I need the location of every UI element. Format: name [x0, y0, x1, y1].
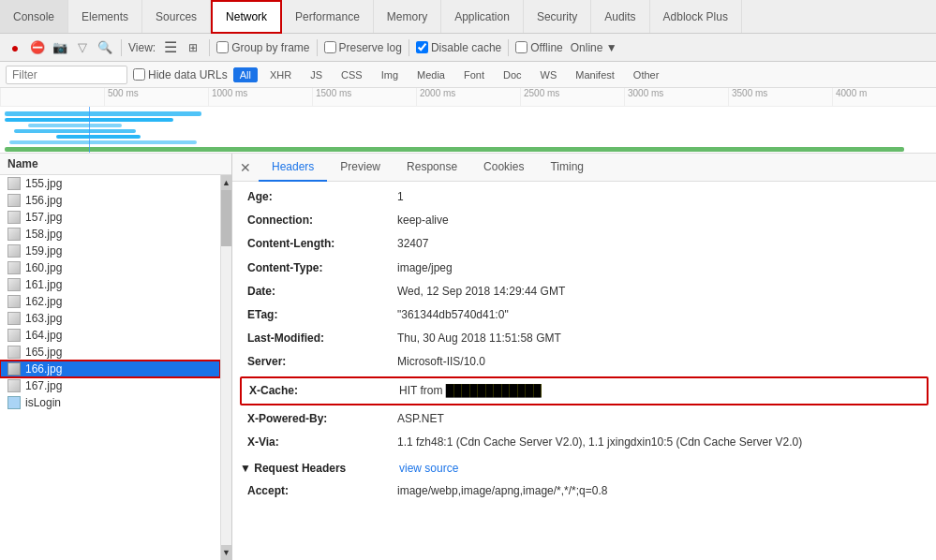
preserve-log-group: Preserve log	[324, 41, 402, 54]
header-name-content-length: Content-Length:	[247, 235, 397, 253]
detail-close-button[interactable]: ✕	[232, 154, 259, 182]
grid-view-icon[interactable]: ⊞	[184, 38, 202, 57]
offline-checkbox[interactable]	[515, 41, 527, 53]
xcache-highlighted-value: ████████████	[446, 384, 542, 397]
file-item-165[interactable]: 165.jpg	[0, 344, 220, 361]
filter-js[interactable]: JS	[304, 67, 329, 82]
filter-xhr[interactable]: XHR	[263, 67, 298, 82]
header-name-accept: Accept:	[247, 482, 397, 500]
header-name-connection: Connection:	[247, 212, 397, 229]
tab-audits[interactable]: Audits	[591, 0, 649, 33]
filter-css[interactable]: CSS	[334, 67, 369, 82]
header-row-age: Age: 1	[232, 185, 936, 209]
file-name-155: 155.jpg	[25, 177, 62, 190]
disable-cache-checkbox[interactable]	[416, 41, 428, 53]
header-row-xcache: X-Cache: HIT from ████████████	[249, 380, 919, 402]
tab-security[interactable]: Security	[524, 0, 591, 33]
file-icon-165	[7, 346, 21, 359]
record-button[interactable]: ●	[6, 38, 24, 57]
file-item-166[interactable]: 166.jpg	[0, 361, 220, 377]
tab-application[interactable]: Application	[441, 0, 524, 33]
filter-input[interactable]	[6, 66, 127, 84]
detail-tab-timing[interactable]: Timing	[537, 154, 597, 182]
offline-label: Offline	[530, 41, 562, 54]
ruler-mark-4000: 4000 m	[832, 88, 936, 106]
filter-button[interactable]: ▽	[73, 38, 92, 57]
tab-adblock[interactable]: Adblock Plus	[650, 0, 742, 33]
header-row-content-length: Content-Length: 32407	[232, 232, 936, 256]
camera-button[interactable]: 📷	[51, 38, 69, 57]
request-headers-label[interactable]: ▼ Request Headers	[240, 460, 390, 478]
header-row-connection: Connection: keep-alive	[232, 209, 936, 232]
file-icon-160	[7, 261, 21, 274]
scroll-up[interactable]: ▲	[221, 175, 231, 190]
online-dropdown[interactable]: Online ▼	[567, 41, 621, 54]
header-name-xvia: X-Via:	[247, 434, 397, 451]
header-value-connection: keep-alive	[397, 212, 921, 229]
filter-media[interactable]: Media	[410, 67, 452, 82]
hide-data-urls-checkbox[interactable]	[133, 68, 145, 81]
toolbar: ● ⛔ 📷 ▽ 🔍 View: ☰ ⊞ Group by frame Prese…	[0, 34, 936, 62]
detail-tab-response[interactable]: Response	[394, 154, 470, 182]
view-source-link[interactable]: view source	[399, 460, 458, 478]
list-view-icon[interactable]: ☰	[161, 38, 180, 57]
filter-ws[interactable]: WS	[534, 67, 564, 82]
file-item-155[interactable]: 155.jpg	[0, 175, 220, 192]
scroll-thumb[interactable]	[221, 190, 231, 246]
scrollbar[interactable]: ▲ ▼	[220, 175, 231, 560]
file-item-158[interactable]: 158.jpg	[0, 226, 220, 243]
group-by-frame-checkbox[interactable]	[216, 41, 229, 53]
group-by-frame-label: Group by frame	[231, 41, 309, 54]
file-item-islogin[interactable]: isLogin	[0, 394, 220, 411]
xcache-highlight-box: X-Cache: HIT from ████████████	[240, 376, 929, 405]
filter-manifest[interactable]: Manifest	[569, 67, 621, 82]
filter-img[interactable]: Img	[375, 67, 405, 82]
tab-network[interactable]: Network	[211, 0, 282, 34]
tab-memory[interactable]: Memory	[374, 0, 441, 33]
file-item-157[interactable]: 157.jpg	[0, 209, 220, 226]
tab-performance[interactable]: Performance	[282, 0, 374, 33]
file-name-158: 158.jpg	[25, 228, 62, 241]
timeline-bar-4	[14, 129, 136, 133]
tab-console[interactable]: Console	[0, 0, 68, 33]
header-value-date: Wed, 12 Sep 2018 14:29:44 GMT	[397, 283, 921, 301]
tab-sources[interactable]: Sources	[142, 0, 211, 33]
tab-bar: Console Elements Sources Network Perform…	[0, 0, 936, 34]
file-item-162[interactable]: 162.jpg	[0, 293, 220, 310]
stop-button[interactable]: ⛔	[28, 38, 47, 57]
hide-data-urls-group: Hide data URLs	[133, 68, 228, 81]
filter-doc[interactable]: Doc	[497, 67, 528, 82]
file-name-163: 163.jpg	[25, 312, 62, 325]
header-name-xcache: X-Cache:	[249, 382, 399, 400]
detail-content: Age: 1 Connection: keep-alive Content-Le…	[232, 182, 936, 560]
header-name-etag: ETag:	[247, 306, 397, 324]
file-item-161[interactable]: 161.jpg	[0, 276, 220, 293]
tab-elements[interactable]: Elements	[68, 0, 142, 33]
preserve-log-label: Preserve log	[339, 41, 402, 54]
header-value-etag: "361344db5740d41:0"	[397, 306, 921, 324]
search-button[interactable]: 🔍	[96, 38, 114, 57]
file-item-167[interactable]: 167.jpg	[0, 377, 220, 394]
detail-tab-cookies[interactable]: Cookies	[470, 154, 537, 182]
header-value-content-type: image/jpeg	[397, 259, 921, 277]
header-value-xcache: HIT from ████████████	[399, 382, 919, 400]
header-row-server: Server: Microsoft-IIS/10.0	[232, 350, 936, 374]
filter-other[interactable]: Other	[627, 67, 666, 82]
disable-cache-label: Disable cache	[431, 41, 501, 54]
file-item-159[interactable]: 159.jpg	[0, 243, 220, 259]
detail-tab-headers[interactable]: Headers	[259, 154, 327, 182]
file-item-164[interactable]: 164.jpg	[0, 327, 220, 344]
file-item-163[interactable]: 163.jpg	[0, 310, 220, 327]
preserve-log-checkbox[interactable]	[324, 41, 336, 53]
file-item-160[interactable]: 160.jpg	[0, 259, 220, 276]
ruler-mark-3500: 3500 ms	[728, 88, 832, 106]
file-item-156[interactable]: 156.jpg	[0, 192, 220, 209]
filter-font[interactable]: Font	[457, 67, 491, 82]
filter-all[interactable]: All	[233, 67, 258, 82]
ruler-mark-1500: 1500 ms	[312, 88, 416, 106]
header-name-age: Age:	[247, 188, 397, 206]
detail-tab-preview[interactable]: Preview	[327, 154, 394, 182]
file-list: 155.jpg 156.jpg 157.jpg 158.jpg 159.jpg	[0, 175, 220, 560]
scroll-down[interactable]: ▼	[221, 545, 231, 560]
file-name-165: 165.jpg	[25, 346, 62, 359]
